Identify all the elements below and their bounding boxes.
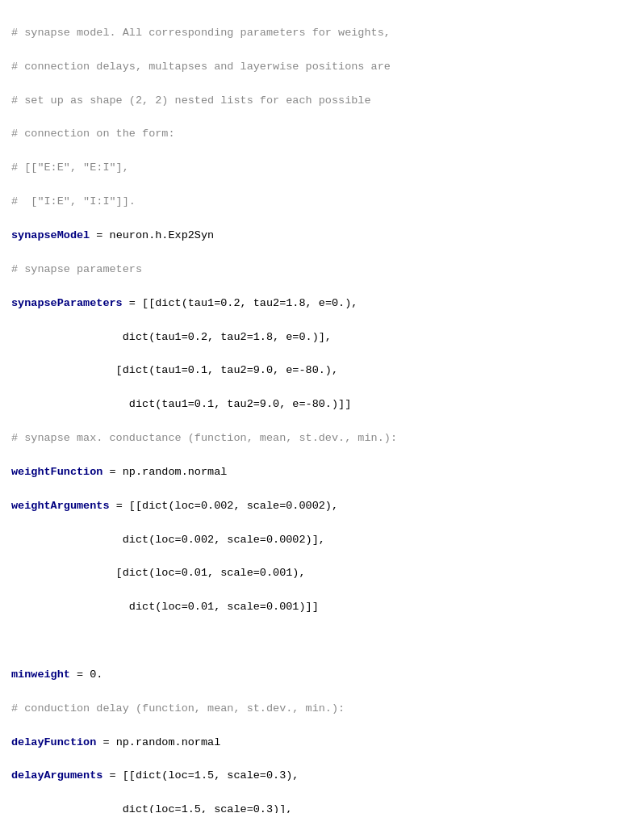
value-text: [dict(loc=0.01, scale=0.001), — [11, 567, 306, 579]
line-1: # synapse model. All corresponding param… — [11, 25, 633, 42]
var-delayFunction: delayFunction — [11, 736, 96, 748]
var-minweight: minweight — [11, 668, 70, 681]
line-17: [dict(loc=0.01, scale=0.001), — [11, 565, 633, 582]
value-text: np.random.normal — [116, 736, 221, 748]
value-text: np.random.normal — [123, 466, 228, 478]
line-16: dict(loc=0.002, scale=0.0002)], — [11, 532, 633, 549]
var-synapseParameters: synapseParameters — [11, 297, 123, 309]
line-14: weightFunction = np.random.normal — [11, 464, 633, 481]
value-text: [dict(tau1=0.1, tau2=9.0, e=-80.), — [11, 364, 338, 376]
value-text: dict(loc=1.5, scale=0.3)], — [11, 803, 292, 813]
line-8: # synapse parameters — [11, 262, 633, 279]
comment-text: # connection delays, multapses and layer… — [11, 61, 391, 73]
value-text: dict(tau1=0.2, tau2=1.8, e=0.)], — [11, 331, 332, 343]
line-13: # synapse max. conductance (function, me… — [11, 430, 633, 447]
line-24: dict(loc=1.5, scale=0.3)], — [11, 802, 633, 813]
line-20: minweight = 0. — [11, 667, 633, 684]
comment-text: # [["E:E", "E:I"], — [11, 161, 129, 174]
line-22: delayFunction = np.random.normal — [11, 735, 633, 752]
line-5: # [["E:E", "E:I"], — [11, 160, 633, 177]
line-23: delayArguments = [[dict(loc=1.5, scale=0… — [11, 768, 633, 785]
value-text: dict(tau1=0.1, tau2=9.0, e=-80.)]] — [11, 398, 351, 410]
comment-text: # ["I:E", "I:I"]]. — [11, 195, 136, 207]
value-text: dict(loc=0.002, scale=0.0002)], — [11, 534, 325, 546]
comment-text: # conduction delay (function, mean, st.d… — [11, 702, 345, 715]
operator: = — [96, 736, 115, 748]
operator: = — [90, 229, 109, 241]
comment-text: # synapse model. All corresponding param… — [11, 27, 391, 39]
line-7: synapseModel = neuron.h.Exp2Syn — [11, 228, 633, 245]
comment-text: # connection on the form: — [11, 128, 175, 140]
operator: = [[dict(loc=0.002, scale=0.0002), — [110, 500, 339, 512]
line-9: synapseParameters = [[dict(tau1=0.2, tau… — [11, 295, 633, 312]
line-4: # connection on the form: — [11, 126, 633, 143]
value-text: dict(loc=0.01, scale=0.001)]] — [11, 601, 319, 613]
line-15: weightArguments = [[dict(loc=0.002, scal… — [11, 498, 633, 515]
comment-text: # synapse parameters — [11, 263, 142, 275]
line-10: dict(tau1=0.2, tau2=1.8, e=0.)], — [11, 329, 633, 346]
operator: = [[dict(tau1=0.2, tau2=1.8, e=0.), — [123, 297, 358, 309]
line-11: [dict(tau1=0.1, tau2=9.0, e=-80.), — [11, 362, 633, 379]
line-19 — [11, 633, 633, 650]
line-2: # connection delays, multapses and layer… — [11, 59, 633, 76]
operator: = [[dict(loc=1.5, scale=0.3), — [102, 769, 299, 782]
value-text: neuron.h.Exp2Syn — [110, 229, 215, 241]
line-18: dict(loc=0.01, scale=0.001)]] — [11, 599, 633, 616]
comment-text: # synapse max. conductance (function, me… — [11, 432, 397, 444]
var-weightArguments: weightArguments — [11, 500, 110, 512]
var-weightFunction: weightFunction — [11, 466, 102, 478]
operator: = — [102, 466, 122, 478]
code-container: # synapse model. All corresponding param… — [11, 8, 633, 813]
comment-text: # set up as shape (2, 2) nested lists fo… — [11, 94, 371, 107]
var-synapseModel: synapseModel — [11, 229, 90, 241]
line-12: dict(tau1=0.1, tau2=9.0, e=-80.)]] — [11, 396, 633, 413]
value-text: 0. — [90, 668, 102, 681]
var-delayArguments: delayArguments — [11, 769, 102, 782]
line-21: # conduction delay (function, mean, st.d… — [11, 701, 633, 718]
operator: = — [70, 668, 90, 681]
line-3: # set up as shape (2, 2) nested lists fo… — [11, 93, 633, 110]
line-6: # ["I:E", "I:I"]]. — [11, 194, 633, 211]
